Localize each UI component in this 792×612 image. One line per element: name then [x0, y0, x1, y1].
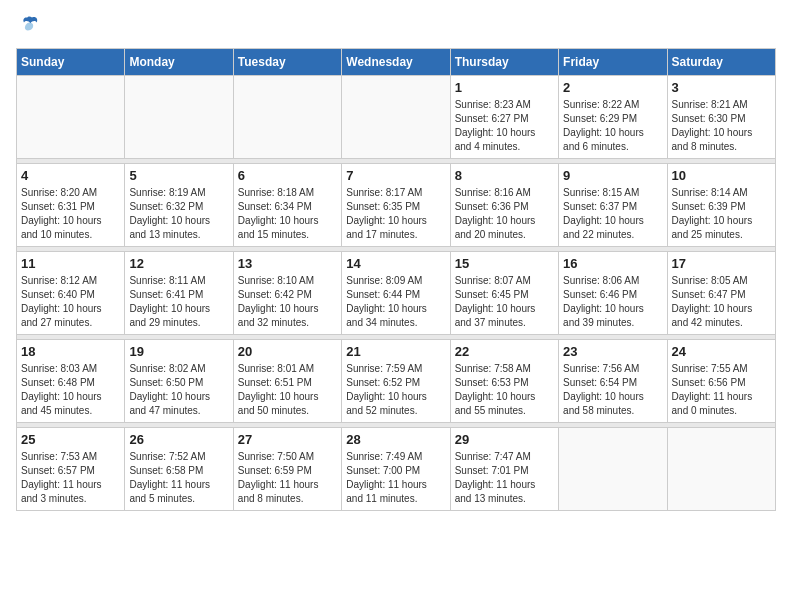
day-number: 25 — [21, 432, 120, 447]
day-info: Sunrise: 8:21 AM Sunset: 6:30 PM Dayligh… — [672, 98, 771, 154]
day-number: 9 — [563, 168, 662, 183]
day-number: 6 — [238, 168, 337, 183]
calendar-cell: 12Sunrise: 8:11 AM Sunset: 6:41 PM Dayli… — [125, 252, 233, 335]
calendar-cell — [342, 76, 450, 159]
weekday-header-saturday: Saturday — [667, 49, 775, 76]
calendar-week-row: 25Sunrise: 7:53 AM Sunset: 6:57 PM Dayli… — [17, 428, 776, 511]
calendar-cell: 6Sunrise: 8:18 AM Sunset: 6:34 PM Daylig… — [233, 164, 341, 247]
day-number: 23 — [563, 344, 662, 359]
day-info: Sunrise: 8:23 AM Sunset: 6:27 PM Dayligh… — [455, 98, 554, 154]
calendar-cell — [233, 76, 341, 159]
day-number: 2 — [563, 80, 662, 95]
day-info: Sunrise: 8:10 AM Sunset: 6:42 PM Dayligh… — [238, 274, 337, 330]
calendar-cell: 7Sunrise: 8:17 AM Sunset: 6:35 PM Daylig… — [342, 164, 450, 247]
day-info: Sunrise: 8:20 AM Sunset: 6:31 PM Dayligh… — [21, 186, 120, 242]
calendar-cell: 13Sunrise: 8:10 AM Sunset: 6:42 PM Dayli… — [233, 252, 341, 335]
day-number: 29 — [455, 432, 554, 447]
day-info: Sunrise: 8:12 AM Sunset: 6:40 PM Dayligh… — [21, 274, 120, 330]
calendar-cell: 9Sunrise: 8:15 AM Sunset: 6:37 PM Daylig… — [559, 164, 667, 247]
day-info: Sunrise: 7:50 AM Sunset: 6:59 PM Dayligh… — [238, 450, 337, 506]
day-number: 5 — [129, 168, 228, 183]
day-info: Sunrise: 7:53 AM Sunset: 6:57 PM Dayligh… — [21, 450, 120, 506]
calendar-cell: 15Sunrise: 8:07 AM Sunset: 6:45 PM Dayli… — [450, 252, 558, 335]
calendar-cell: 3Sunrise: 8:21 AM Sunset: 6:30 PM Daylig… — [667, 76, 775, 159]
day-number: 24 — [672, 344, 771, 359]
day-info: Sunrise: 8:18 AM Sunset: 6:34 PM Dayligh… — [238, 186, 337, 242]
weekday-header-row: SundayMondayTuesdayWednesdayThursdayFrid… — [17, 49, 776, 76]
day-number: 20 — [238, 344, 337, 359]
calendar-cell — [125, 76, 233, 159]
day-info: Sunrise: 8:03 AM Sunset: 6:48 PM Dayligh… — [21, 362, 120, 418]
day-info: Sunrise: 8:16 AM Sunset: 6:36 PM Dayligh… — [455, 186, 554, 242]
calendar-cell: 5Sunrise: 8:19 AM Sunset: 6:32 PM Daylig… — [125, 164, 233, 247]
calendar-cell: 2Sunrise: 8:22 AM Sunset: 6:29 PM Daylig… — [559, 76, 667, 159]
calendar-cell: 29Sunrise: 7:47 AM Sunset: 7:01 PM Dayli… — [450, 428, 558, 511]
logo — [16, 16, 44, 36]
day-info: Sunrise: 7:47 AM Sunset: 7:01 PM Dayligh… — [455, 450, 554, 506]
day-number: 14 — [346, 256, 445, 271]
day-info: Sunrise: 8:17 AM Sunset: 6:35 PM Dayligh… — [346, 186, 445, 242]
calendar-cell: 1Sunrise: 8:23 AM Sunset: 6:27 PM Daylig… — [450, 76, 558, 159]
calendar-cell: 26Sunrise: 7:52 AM Sunset: 6:58 PM Dayli… — [125, 428, 233, 511]
day-number: 13 — [238, 256, 337, 271]
day-info: Sunrise: 8:07 AM Sunset: 6:45 PM Dayligh… — [455, 274, 554, 330]
day-info: Sunrise: 8:02 AM Sunset: 6:50 PM Dayligh… — [129, 362, 228, 418]
calendar-cell — [667, 428, 775, 511]
day-number: 12 — [129, 256, 228, 271]
day-number: 8 — [455, 168, 554, 183]
calendar-cell: 17Sunrise: 8:05 AM Sunset: 6:47 PM Dayli… — [667, 252, 775, 335]
calendar-cell: 25Sunrise: 7:53 AM Sunset: 6:57 PM Dayli… — [17, 428, 125, 511]
day-info: Sunrise: 8:05 AM Sunset: 6:47 PM Dayligh… — [672, 274, 771, 330]
day-info: Sunrise: 8:06 AM Sunset: 6:46 PM Dayligh… — [563, 274, 662, 330]
calendar-cell: 24Sunrise: 7:55 AM Sunset: 6:56 PM Dayli… — [667, 340, 775, 423]
day-info: Sunrise: 8:01 AM Sunset: 6:51 PM Dayligh… — [238, 362, 337, 418]
day-info: Sunrise: 8:22 AM Sunset: 6:29 PM Dayligh… — [563, 98, 662, 154]
calendar-cell: 14Sunrise: 8:09 AM Sunset: 6:44 PM Dayli… — [342, 252, 450, 335]
weekday-header-monday: Monday — [125, 49, 233, 76]
day-info: Sunrise: 8:15 AM Sunset: 6:37 PM Dayligh… — [563, 186, 662, 242]
day-number: 27 — [238, 432, 337, 447]
calendar-cell: 23Sunrise: 7:56 AM Sunset: 6:54 PM Dayli… — [559, 340, 667, 423]
weekday-header-wednesday: Wednesday — [342, 49, 450, 76]
calendar-cell — [17, 76, 125, 159]
calendar-cell — [559, 428, 667, 511]
weekday-header-thursday: Thursday — [450, 49, 558, 76]
day-number: 28 — [346, 432, 445, 447]
day-info: Sunrise: 7:58 AM Sunset: 6:53 PM Dayligh… — [455, 362, 554, 418]
calendar-cell: 21Sunrise: 7:59 AM Sunset: 6:52 PM Dayli… — [342, 340, 450, 423]
calendar-cell: 19Sunrise: 8:02 AM Sunset: 6:50 PM Dayli… — [125, 340, 233, 423]
day-number: 4 — [21, 168, 120, 183]
logo-bird-icon — [16, 16, 40, 36]
calendar-cell: 8Sunrise: 8:16 AM Sunset: 6:36 PM Daylig… — [450, 164, 558, 247]
calendar-week-row: 1Sunrise: 8:23 AM Sunset: 6:27 PM Daylig… — [17, 76, 776, 159]
day-number: 16 — [563, 256, 662, 271]
calendar-week-row: 4Sunrise: 8:20 AM Sunset: 6:31 PM Daylig… — [17, 164, 776, 247]
day-number: 22 — [455, 344, 554, 359]
day-number: 11 — [21, 256, 120, 271]
day-info: Sunrise: 8:19 AM Sunset: 6:32 PM Dayligh… — [129, 186, 228, 242]
day-number: 10 — [672, 168, 771, 183]
day-number: 26 — [129, 432, 228, 447]
calendar-cell: 4Sunrise: 8:20 AM Sunset: 6:31 PM Daylig… — [17, 164, 125, 247]
calendar-cell: 27Sunrise: 7:50 AM Sunset: 6:59 PM Dayli… — [233, 428, 341, 511]
day-number: 3 — [672, 80, 771, 95]
calendar-week-row: 18Sunrise: 8:03 AM Sunset: 6:48 PM Dayli… — [17, 340, 776, 423]
day-info: Sunrise: 8:09 AM Sunset: 6:44 PM Dayligh… — [346, 274, 445, 330]
day-number: 18 — [21, 344, 120, 359]
calendar-table: SundayMondayTuesdayWednesdayThursdayFrid… — [16, 48, 776, 511]
weekday-header-tuesday: Tuesday — [233, 49, 341, 76]
calendar-cell: 18Sunrise: 8:03 AM Sunset: 6:48 PM Dayli… — [17, 340, 125, 423]
day-info: Sunrise: 7:52 AM Sunset: 6:58 PM Dayligh… — [129, 450, 228, 506]
day-number: 19 — [129, 344, 228, 359]
weekday-header-sunday: Sunday — [17, 49, 125, 76]
day-number: 21 — [346, 344, 445, 359]
calendar-cell: 11Sunrise: 8:12 AM Sunset: 6:40 PM Dayli… — [17, 252, 125, 335]
day-info: Sunrise: 8:14 AM Sunset: 6:39 PM Dayligh… — [672, 186, 771, 242]
day-info: Sunrise: 7:59 AM Sunset: 6:52 PM Dayligh… — [346, 362, 445, 418]
day-info: Sunrise: 8:11 AM Sunset: 6:41 PM Dayligh… — [129, 274, 228, 330]
day-info: Sunrise: 7:56 AM Sunset: 6:54 PM Dayligh… — [563, 362, 662, 418]
day-number: 1 — [455, 80, 554, 95]
header — [16, 16, 776, 36]
day-number: 7 — [346, 168, 445, 183]
calendar-cell: 22Sunrise: 7:58 AM Sunset: 6:53 PM Dayli… — [450, 340, 558, 423]
